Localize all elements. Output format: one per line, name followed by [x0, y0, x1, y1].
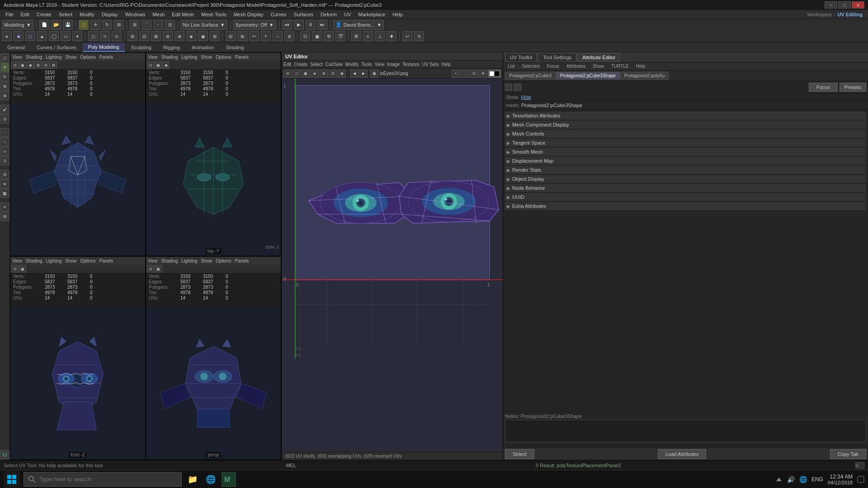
- ae-tab-attributes[interactable]: Attributes: [564, 63, 588, 70]
- tab-curves-surfaces[interactable]: Curves / Surfaces: [31, 43, 81, 52]
- ae-tab-list[interactable]: List: [505, 63, 518, 70]
- toggle-wireframe[interactable]: ⊟: [0, 170, 9, 179]
- symmetry-dropdown[interactable]: Symmetry: Off ▼: [233, 20, 276, 30]
- vp1-tool-5[interactable]: ⊟: [42, 61, 49, 69]
- attr-section-mesh-controls-header[interactable]: ▶ Mesh Controls: [505, 130, 866, 138]
- vp4-canvas[interactable]: persp: [146, 307, 281, 460]
- attr-node-pcube3shape[interactable]: Protagonist2:pCube3Shape: [556, 72, 620, 80]
- tool-bevel-button[interactable]: ⊟: [139, 31, 149, 41]
- tool-separate-button[interactable]: ⊗: [175, 31, 184, 41]
- tool-paint-button[interactable]: ⊙: [112, 31, 122, 41]
- menu-create[interactable]: Create: [33, 11, 55, 18]
- vp2-tool-1[interactable]: ⊡: [147, 61, 154, 69]
- vp1-canvas[interactable]: [10, 103, 145, 256]
- attr-section-extra-header[interactable]: ▶ Extra Attributes: [505, 202, 866, 210]
- skin-button[interactable]: ⎋: [363, 31, 373, 41]
- copy-tab-button[interactable]: Copy Tab: [830, 449, 866, 459]
- weight-button[interactable]: ⊥: [375, 31, 385, 41]
- tool-cube-button[interactable]: ■: [14, 31, 24, 41]
- vp1-tool-4[interactable]: ⊞: [34, 61, 42, 69]
- attr-section-mesh-component-header[interactable]: ▶ Mesh Component Display: [505, 121, 866, 129]
- menu-marketplace[interactable]: Marketplace: [354, 11, 389, 18]
- attr-section-tessellation-header[interactable]: ▶ Tessellation Attributes: [505, 112, 866, 120]
- attribute-editor-toggle[interactable]: ⊞: [0, 212, 9, 221]
- taskbar-search-input[interactable]: [39, 476, 166, 483]
- vp3-menu-panels[interactable]: Panels: [99, 258, 113, 263]
- rotate-mode-button[interactable]: ↻: [0, 72, 9, 81]
- vp3-tool-1[interactable]: ⊡: [11, 265, 19, 272]
- ae-tab-selected[interactable]: Selected: [519, 63, 542, 70]
- vp3-menu-shading[interactable]: Shading: [26, 258, 42, 263]
- menu-select[interactable]: Select: [55, 11, 76, 18]
- vp4-menu-lighting[interactable]: Lighting: [181, 258, 197, 263]
- play-forward-button[interactable]: ⏭: [317, 20, 327, 30]
- attr-section-uuid-header[interactable]: ▶ UUID: [505, 193, 866, 201]
- tab-attribute-editor[interactable]: Attribute Editor: [577, 53, 620, 62]
- vp4-menu-shading[interactable]: Shading: [161, 258, 178, 263]
- move-tool-button[interactable]: ✛: [90, 20, 100, 30]
- ae-tab-focus[interactable]: Focus: [544, 63, 561, 70]
- attr-bookmark-icon[interactable]: [514, 84, 521, 91]
- vp1-tool-2[interactable]: ▦: [19, 61, 26, 69]
- vp1-tool-1[interactable]: ⊡: [11, 61, 19, 69]
- tab-animation[interactable]: Animation: [186, 43, 219, 52]
- taskbar-maya-app[interactable]: M: [222, 472, 236, 487]
- scale-tool-button[interactable]: ⊞: [114, 20, 124, 30]
- snap-point-button[interactable]: ◦: [153, 20, 163, 30]
- presets-button[interactable]: Presets: [840, 83, 866, 92]
- tool-sphere-button[interactable]: ●: [2, 31, 12, 41]
- channel-box-toggle[interactable]: ≡: [0, 202, 9, 211]
- notes-textarea[interactable]: [505, 420, 866, 442]
- attr-section-object-display-header[interactable]: ▶ Object Display: [505, 175, 866, 183]
- uv-menu-cutsew[interactable]: Cut/Sew: [326, 62, 343, 67]
- component-vertex[interactable]: ·: [0, 128, 9, 137]
- uv-move-button[interactable]: ↔: [273, 31, 283, 41]
- uv-menu-uvsets[interactable]: UV Sets: [422, 62, 439, 67]
- vp2-tool-3[interactable]: ◉: [162, 61, 170, 69]
- white-toggle[interactable]: [490, 71, 494, 76]
- taskbar-browser[interactable]: 🌐: [203, 472, 218, 487]
- vp1-menu-shading[interactable]: Shading: [26, 55, 42, 60]
- uv-cut-button[interactable]: ✂: [249, 31, 259, 41]
- menu-mesh-tools[interactable]: Mesh Tools: [198, 11, 230, 18]
- windows-start-button[interactable]: [4, 471, 20, 488]
- uv-tb-select4[interactable]: ⊞: [320, 70, 328, 78]
- tool-torus-button[interactable]: ◯: [49, 31, 59, 41]
- tab-sculpting[interactable]: Sculpting: [126, 43, 157, 52]
- menu-mesh-display[interactable]: Mesh Display: [230, 11, 267, 18]
- notification-icon[interactable]: [857, 476, 864, 483]
- uv-menu-view[interactable]: View: [375, 62, 385, 67]
- render-button[interactable]: ⊡: [300, 31, 310, 41]
- joint-button[interactable]: ✚: [387, 31, 396, 41]
- uv-relax-button[interactable]: ⊛: [284, 31, 294, 41]
- vp2-menu-options[interactable]: Options: [216, 55, 231, 60]
- delete-button[interactable]: ✕: [414, 31, 424, 41]
- statusbar-expand-button[interactable]: ≡: [855, 462, 864, 469]
- vp2-menu-lighting[interactable]: Lighting: [181, 55, 197, 60]
- vp3-canvas[interactable]: front -Z: [10, 307, 145, 460]
- universal-mode-button[interactable]: ⊕: [0, 91, 9, 100]
- uv-menu-edit[interactable]: Edit: [283, 62, 291, 67]
- uv-layout-button[interactable]: ⊞: [237, 31, 247, 41]
- tool-smooth-button[interactable]: ◉: [198, 31, 208, 41]
- vp4-menu-show[interactable]: Show: [201, 258, 212, 263]
- snap-view-button[interactable]: ⊟: [165, 20, 175, 30]
- tool-cone-button[interactable]: ▲: [37, 31, 47, 41]
- uv-tb-frame[interactable]: ⊟: [283, 70, 292, 78]
- menu-modify[interactable]: Modify: [76, 11, 98, 18]
- select-tool-button[interactable]: ◻: [79, 20, 89, 30]
- close-button[interactable]: ✕: [852, 1, 864, 9]
- vp1-tool-3[interactable]: ◉: [27, 61, 34, 69]
- tab-rigging[interactable]: Rigging: [158, 43, 185, 52]
- arrow-up-icon[interactable]: [775, 476, 783, 483]
- uv-tb-select6[interactable]: ◉: [338, 70, 346, 78]
- attr-section-tangent-header[interactable]: ▶ Tangent Space: [505, 139, 866, 147]
- vp2-menu-shading[interactable]: Shading: [161, 55, 178, 60]
- render-settings-button[interactable]: ⚙: [324, 31, 334, 41]
- tool-mirror-button[interactable]: ⊞: [210, 31, 220, 41]
- vp4-menu-view[interactable]: View: [148, 258, 158, 263]
- tool-boolean-button[interactable]: ◈: [186, 31, 196, 41]
- render-view-button[interactable]: 🎬: [335, 31, 345, 41]
- tool-combine-button[interactable]: ⊕: [163, 31, 173, 41]
- move-mode-button[interactable]: ✛: [0, 63, 9, 72]
